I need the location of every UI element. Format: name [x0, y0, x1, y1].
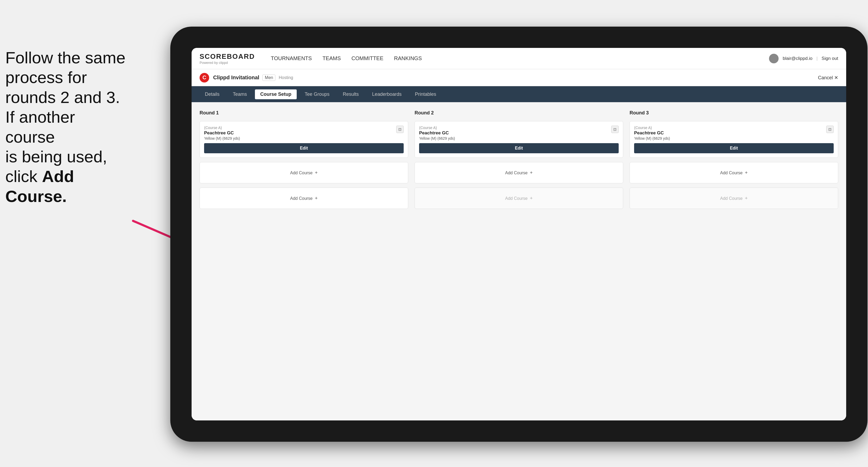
round-2-course-card: (Course A) Peachtree GC Yellow (M) (6629…: [414, 121, 623, 158]
add-course-plus-icon-3: +: [530, 170, 533, 175]
add-course-plus-icon-2: +: [315, 195, 318, 201]
round-3-edit-btn[interactable]: Edit: [634, 143, 834, 153]
round-3-add-course-1-text: Add Course +: [720, 170, 747, 176]
tab-leaderboards[interactable]: Leaderboards: [367, 89, 407, 99]
round-2-course-details: Yellow (M) (6629 yds): [419, 136, 455, 141]
logo-text: SCOREBOARD: [199, 53, 255, 61]
round-1-column: Round 1 (Course A) Peachtree GC Yellow (…: [199, 110, 408, 412]
nav-avatar: [769, 54, 779, 63]
nav-teams[interactable]: TEAMS: [322, 55, 341, 61]
logo-area: SCOREBOARD Powered by clippd: [199, 53, 255, 65]
instruction-line5: is being used,: [5, 148, 107, 166]
tab-printables[interactable]: Printables: [409, 89, 441, 99]
round-2-course-label: (Course A): [419, 126, 455, 130]
round-1-delete-btn[interactable]: ⊡: [396, 126, 404, 133]
round-2-column: Round 2 (Course A) Peachtree GC Yellow (…: [414, 110, 623, 412]
nav-signout[interactable]: Sign out: [822, 56, 838, 61]
tab-details[interactable]: Details: [199, 89, 225, 99]
round-2-edit-btn[interactable]: Edit: [419, 143, 619, 153]
round-1-add-course-2[interactable]: Add Course +: [199, 188, 408, 209]
round-2-delete-btn[interactable]: ⊡: [611, 126, 619, 133]
round-2-add-course-2-text: Add Course +: [505, 195, 532, 201]
round-3-add-course-1[interactable]: Add Course +: [629, 162, 838, 183]
tab-tee-groups[interactable]: Tee Groups: [299, 89, 335, 99]
instruction-line6-prefix: click: [5, 167, 42, 185]
round-2-add-course-2: Add Course +: [414, 188, 623, 209]
round-1-add-course-1-text: Add Course +: [290, 170, 317, 176]
round-1-course-header: (Course A) Peachtree GC Yellow (M) (6629…: [204, 126, 404, 141]
round-3-delete-btn[interactable]: ⊡: [826, 126, 834, 133]
sub-nav: C Clippd Invitational Men Hosting Cancel…: [192, 69, 846, 86]
tab-results[interactable]: Results: [337, 89, 364, 99]
nav-rankings[interactable]: RANKINGS: [394, 55, 422, 61]
instruction-line2: process for: [5, 68, 87, 87]
tablet-device: SCOREBOARD Powered by clippd TOURNAMENTS…: [170, 27, 867, 442]
round-2-add-course-1[interactable]: Add Course +: [414, 162, 623, 183]
instruction-panel: Follow the same process for rounds 2 and…: [5, 48, 128, 206]
add-course-plus-icon: +: [315, 170, 318, 175]
tabs-bar: Details Teams Course Setup Tee Groups Re…: [192, 86, 846, 102]
round-3-course-card: (Course A) Peachtree GC Yellow (M) (6629…: [629, 121, 838, 158]
round-1-course-info: (Course A) Peachtree GC Yellow (M) (6629…: [204, 126, 240, 141]
add-course-plus-icon-6: +: [745, 195, 748, 201]
nav-committee[interactable]: COMMITTEE: [351, 55, 383, 61]
instruction-line1: Follow the same: [5, 49, 125, 67]
subnav-badge: Men: [262, 74, 275, 81]
main-content: Round 1 (Course A) Peachtree GC Yellow (…: [192, 102, 846, 421]
subnav-cancel[interactable]: Cancel ✕: [818, 75, 838, 81]
top-nav: SCOREBOARD Powered by clippd TOURNAMENTS…: [192, 48, 846, 69]
subnav-status: Hosting: [279, 75, 293, 80]
tablet-screen: SCOREBOARD Powered by clippd TOURNAMENTS…: [192, 48, 846, 421]
nav-tournaments[interactable]: TOURNAMENTS: [271, 55, 312, 61]
logo-sub: Powered by clippd: [199, 61, 255, 65]
tab-teams[interactable]: Teams: [227, 89, 252, 99]
round-3-course-details: Yellow (M) (6629 yds): [634, 136, 670, 141]
add-course-plus-icon-5: +: [745, 170, 748, 175]
nav-separator: |: [816, 56, 817, 61]
round-3-add-course-2: Add Course +: [629, 188, 838, 209]
round-2-add-course-1-text: Add Course +: [505, 170, 532, 176]
nav-right: blair@clippd.io | Sign out: [769, 54, 838, 63]
subnav-title: Clippd Invitational: [213, 74, 259, 81]
round-2-course-info: (Course A) Peachtree GC Yellow (M) (6629…: [419, 126, 455, 141]
round-1-add-course-1[interactable]: Add Course +: [199, 162, 408, 183]
instruction-line3: rounds 2 and 3.: [5, 88, 120, 106]
round-3-label: Round 3: [629, 110, 838, 116]
round-3-course-label: (Course A): [634, 126, 670, 130]
round-3-course-info: (Course A) Peachtree GC Yellow (M) (6629…: [634, 126, 670, 141]
round-1-course-label: (Course A): [204, 126, 240, 130]
subnav-logo: C: [199, 73, 209, 83]
round-1-label: Round 1: [199, 110, 408, 116]
round-1-course-details: Yellow (M) (6629 yds): [204, 136, 240, 141]
round-1-course-card: (Course A) Peachtree GC Yellow (M) (6629…: [199, 121, 408, 158]
round-1-add-course-2-text: Add Course +: [290, 195, 317, 201]
round-3-course-header: (Course A) Peachtree GC Yellow (M) (6629…: [634, 126, 834, 141]
round-1-edit-btn[interactable]: Edit: [204, 143, 404, 153]
instruction-line4: If another course: [5, 108, 75, 146]
round-3-course-name: Peachtree GC: [634, 130, 670, 136]
nav-user-text: blair@clippd.io: [783, 56, 812, 61]
round-1-course-name: Peachtree GC: [204, 130, 240, 136]
round-2-course-header: (Course A) Peachtree GC Yellow (M) (6629…: [419, 126, 619, 141]
round-3-column: Round 3 (Course A) Peachtree GC Yellow (…: [629, 110, 838, 412]
tab-course-setup[interactable]: Course Setup: [255, 89, 297, 99]
round-2-label: Round 2: [414, 110, 623, 116]
round-2-course-name: Peachtree GC: [419, 130, 455, 136]
nav-items: TOURNAMENTS TEAMS COMMITTEE RANKINGS: [271, 55, 758, 61]
add-course-plus-icon-4: +: [530, 195, 533, 201]
round-3-add-course-2-text: Add Course +: [720, 195, 747, 201]
